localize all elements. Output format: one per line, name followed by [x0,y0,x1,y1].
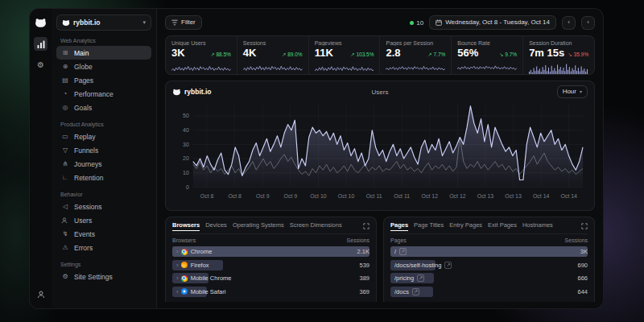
row-value: 690 [574,262,588,269]
chevron-down-icon: ▾ [580,89,582,94]
chart-axis-icon: ∟ [61,175,69,181]
workspace-switcher[interactable]: rybbit.io ▾ [56,14,151,31]
external-link-icon[interactable]: ↗ [417,275,424,282]
stat-delta: ↗ 89.0% [279,52,303,58]
sidebar-item-pages[interactable]: ▤ Pages [56,73,151,87]
stat-pages-per-session[interactable]: Pages per Session 2.8 ↗ 7.7% [379,36,451,74]
svg-text:Oct 11: Oct 11 [366,193,382,199]
tab-page-titles[interactable]: Page Titles [414,221,444,231]
rewind-icon: ◁ [61,204,69,210]
users-line-chart[interactable]: 01020304050Oct 8Oct 8Oct 9Oct 9Oct 10Oct… [172,98,588,209]
sidebar-item-label: Errors [74,244,93,252]
tab-entry-pages[interactable]: Entry Pages [449,221,482,231]
svg-text:Oct 9: Oct 9 [284,193,298,199]
table-row-root[interactable]: /↗ 3K [390,246,588,257]
stat-sessions[interactable]: Sessions 4K ↗ 89.0% [237,36,308,74]
tab-devices[interactable]: Devices [205,221,227,231]
stat-delta: ↘ 35.9% [565,52,588,58]
chevron-right-icon[interactable]: › [176,248,179,255]
sidebar-item-events[interactable]: ↯ Events [56,227,151,241]
stat-value: 56% [457,47,478,59]
date-range-button[interactable]: Wednesday, Oct 8 - Tuesday, Oct 14 [429,15,556,30]
rybbit-logo [34,16,47,30]
svg-text:Oct 13: Oct 13 [505,193,522,199]
table-row-pricing[interactable]: /pricing↗ 666 [390,273,588,283]
expand-icon[interactable] [581,223,588,229]
sidebar-item-errors[interactable]: ⚠ Errors [56,241,151,254]
stat-value: 7m 15s [529,47,564,59]
svg-text:40: 40 [183,127,189,133]
funnel-icon: ▽ [61,147,69,154]
topbar: Filter 10 Wednesday, Oct 8 - Tuesday, Oc… [165,15,595,30]
external-link-icon[interactable]: ↗ [444,262,452,269]
sidebar-item-globe[interactable]: ⊕ Globe [56,60,151,73]
row-label: Mobile Safari [191,288,226,295]
chrome-icon [181,275,188,282]
prev-period-button[interactable]: ‹ [562,16,576,30]
expand-icon[interactable] [363,223,369,229]
stat-pageviews[interactable]: Pageviews 11K ↗ 103.5% [308,36,380,74]
filter-button[interactable]: Filter [165,15,202,30]
sidebar-item-replay[interactable]: ▭ Replay [56,130,151,143]
user-icon[interactable] [34,287,47,301]
person-icon [61,217,69,224]
live-count: 10 [416,19,423,27]
stats-strip: Unique Users 3K ↗ 88.5% Sessions 4K ↗ 89… [165,35,595,75]
table-row-firefox[interactable]: › Firefox 539 [172,260,369,270]
tab-operating-systems[interactable]: Operating Systems [233,221,284,231]
svg-text:Oct 13: Oct 13 [477,193,494,199]
pages-tabs: Pages Page Titles Entry Pages Exit Pages… [390,221,588,234]
sidebar-item-users[interactable]: Users [56,213,151,227]
svg-text:Oct 10: Oct 10 [338,193,355,199]
browsers-tabs: Browsers Devices Operating Systems Scree… [172,221,369,234]
stat-delta: ↗ 103.5% [348,52,374,58]
sidebar-item-funnels[interactable]: ▽ Funnels [56,143,151,157]
sidebar-item-journeys[interactable]: ⋔ Journeys [56,157,151,171]
stat-value: 11K [315,47,333,59]
row-label: Mobile Chrome [191,275,232,282]
next-period-button[interactable]: › [581,16,595,30]
column-header: Browsers [172,237,196,243]
row-value: 3K [577,248,588,255]
sidebar-item-label: Retention [74,174,103,182]
table-row-docs[interactable]: /docs↗ 644 [390,287,588,297]
stat-label: Unique Users [171,40,231,46]
stat-unique-users[interactable]: Unique Users 3K ↗ 88.5% [166,36,237,74]
table-row-docs-self-hosting[interactable]: /docs/self-hosting↗ 690 [390,260,588,270]
chevron-right-icon[interactable]: › [176,275,179,282]
sidebar-item-main[interactable]: ⊞ Main [56,46,151,60]
table-row-chrome[interactable]: › Chrome 2.1K [172,246,369,257]
column-header: Pages [390,237,407,243]
stat-session-duration[interactable]: Session Duration 7m 15s ↘ 35.9% [522,36,594,74]
external-link-icon[interactable]: ↗ [412,288,419,295]
chevron-right-icon[interactable]: › [176,288,179,295]
sidebar-item-goals[interactable]: ◎ Goals [56,101,151,114]
granularity-select[interactable]: Hour ▾ [557,85,588,98]
row-label: Firefox [191,262,209,269]
sidebar-item-site-settings[interactable]: ⚙ Site Settings [56,270,151,283]
svg-text:Oct 11: Oct 11 [394,193,410,199]
section-title: Product Analytics [60,122,147,127]
stat-bounce-rate[interactable]: Bounce Rate 56% ↘ 9.7% [451,36,522,74]
table-row-mobile-safari[interactable]: › Mobile Safari 369 [172,287,369,297]
sparkline-chart [315,60,374,74]
sidebar-item-performance[interactable]: ◔ Performance [56,87,151,101]
svg-text:0: 0 [186,184,189,190]
tab-pages[interactable]: Pages [390,221,408,231]
sidebar-item-sessions[interactable]: ◁ Sessions [56,200,151,213]
sidebar-item-retention[interactable]: ∟ Retention [56,171,151,184]
stat-label: Pageviews [315,40,374,46]
gear-icon[interactable]: ⚙ [34,58,47,72]
external-link-icon[interactable]: ↗ [399,248,407,255]
sidebar-item-label: Goals [74,104,92,112]
tab-exit-pages[interactable]: Exit Pages [488,221,517,231]
row-label: /docs/self-hosting [394,262,441,269]
filter-label: Filter [181,19,196,26]
analytics-icon[interactable] [34,37,47,51]
site-brand: rybbit.io [172,88,311,96]
tab-screen-dimensions[interactable]: Screen Dimensions [290,221,342,231]
chevron-right-icon[interactable]: › [176,262,179,269]
table-row-mobile-chrome[interactable]: › Mobile Chrome 389 [172,273,369,283]
tab-hostnames[interactable]: Hostnames [522,221,553,231]
tab-browsers[interactable]: Browsers [172,221,200,231]
